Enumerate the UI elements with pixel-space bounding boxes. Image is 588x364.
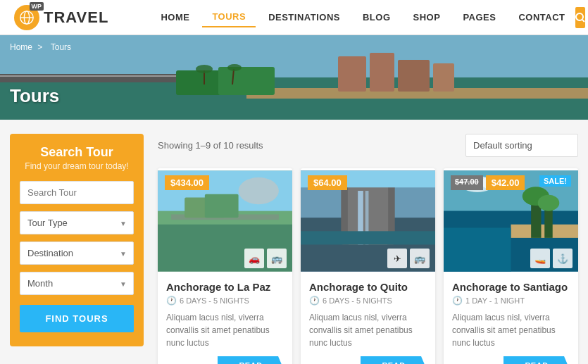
logo-icon: WP xyxy=(14,5,39,30)
breadcrumb-home[interactable]: Home xyxy=(10,42,32,52)
card-duration-2: 6 DAYS - 5 NIGHTS xyxy=(323,296,392,305)
card-footer-1: ★ ★ ★ ★ ★ READ MORE xyxy=(166,356,284,364)
read-more-button-2[interactable]: READ MORE xyxy=(361,356,427,364)
breadcrumb-separator: > xyxy=(37,42,42,52)
search-input[interactable] xyxy=(20,181,134,204)
read-more-button-3[interactable]: READ MORE xyxy=(503,356,570,364)
svg-point-25 xyxy=(239,177,279,204)
find-tours-button[interactable]: FIND TOURS xyxy=(20,305,134,332)
anchor-icon: ⚓ xyxy=(553,249,573,268)
bus-icon-2: 🚌 xyxy=(410,249,430,268)
boat-icon: 🚤 xyxy=(530,249,550,268)
sidebar-title: Search Tour xyxy=(20,145,134,160)
svg-rect-20 xyxy=(0,35,588,120)
hero-banner: Home > Tours Tours xyxy=(0,35,588,120)
card-body-1: Anchorage to La Paz 🕐 6 DAYS - 5 NIGHTS … xyxy=(158,274,292,364)
nav-contact[interactable]: CONTACT xyxy=(508,8,575,27)
breadcrumb: Home > Tours xyxy=(10,42,74,52)
svg-point-3 xyxy=(576,13,583,20)
card-icons-2: ✈ 🚌 xyxy=(387,249,430,268)
results-bar: Showing 1–9 of 10 results Default sortin… xyxy=(158,134,578,157)
card-duration-3: 1 DAY - 1 NIGHT xyxy=(465,296,525,305)
logo[interactable]: WP TRAVEL xyxy=(14,5,108,30)
sale-badge-3: SALE! xyxy=(539,175,571,187)
main-nav: HOME TOURS DESTINATIONS BLOG SHOP PAGES … xyxy=(151,7,575,27)
price-badge-1: $434.00 xyxy=(165,175,209,190)
card-title-3: Anchorage to Santiago xyxy=(452,281,570,293)
tour-card-1: $434.00 🚗 🚌 Anchorage to La Paz 🕐 6 DAYS… xyxy=(158,168,292,364)
plane-icon: ✈ xyxy=(387,249,407,268)
tour-type-wrapper: Tour Type Adventure Cultural Beach ▼ xyxy=(20,211,134,234)
main-layout: Search Tour Find your dream tour today! … xyxy=(0,120,588,364)
nav-tours[interactable]: TOURS xyxy=(202,7,256,27)
search-icon xyxy=(575,13,585,23)
card-image-wrap-1: $434.00 🚗 🚌 xyxy=(158,168,292,274)
sidebar: Search Tour Find your dream tour today! … xyxy=(10,134,144,346)
search-button[interactable] xyxy=(575,7,585,28)
card-desc-3: Aliquam lacus nisl, viverra convallis si… xyxy=(452,311,570,349)
svg-line-4 xyxy=(582,20,584,22)
nav-home[interactable]: HOME xyxy=(151,8,199,27)
new-price-badge-3: $42.00 xyxy=(486,175,525,190)
page-title: Tours xyxy=(10,85,59,107)
nav-shop[interactable]: SHOP xyxy=(404,8,451,27)
price-group-3: $47.00 $42.00 xyxy=(451,175,525,190)
price-badge-2: $64.00 xyxy=(308,175,347,190)
card-footer-3: ★ ★ ★ ★ ★ READ MORE xyxy=(452,356,570,364)
card-meta-3: 🕐 1 DAY - 1 NIGHT xyxy=(452,296,570,306)
card-desc-2: Aliquam lacus nisl, viverra convallis si… xyxy=(309,311,427,349)
hero-background xyxy=(0,35,588,120)
header: WP TRAVEL HOME TOURS DESTINATIONS BLOG S… xyxy=(0,0,588,35)
tour-card-2: $64.00 ✈ 🚌 Anchorage to Quito 🕐 6 DAYS -… xyxy=(301,168,435,364)
clock-icon-1: 🕐 xyxy=(166,296,177,306)
svg-point-45 xyxy=(538,195,560,211)
clock-icon-2: 🕐 xyxy=(309,296,320,306)
destination-wrapper: Destination La Paz Quito Santiago ▼ xyxy=(20,241,134,265)
card-duration-1: 6 DAYS - 5 NIGHTS xyxy=(180,296,249,305)
card-title-2: Anchorage to Quito xyxy=(309,281,427,293)
sort-wrapper: Default sorting Sort by price Sort by ra… xyxy=(465,134,578,157)
sort-select[interactable]: Default sorting Sort by price Sort by ra… xyxy=(465,134,578,157)
nav-pages[interactable]: PAGES xyxy=(453,8,506,27)
tour-type-select[interactable]: Tour Type Adventure Cultural Beach xyxy=(20,211,134,234)
logo-text: TRAVEL xyxy=(44,8,108,27)
results-count: Showing 1–9 of 10 results xyxy=(158,140,263,151)
sidebar-subtitle: Find your dream tour today! xyxy=(20,161,134,171)
read-more-button-1[interactable]: READ MORE xyxy=(218,356,284,364)
svg-rect-37 xyxy=(301,231,435,244)
svg-rect-46 xyxy=(444,228,511,272)
clock-icon-3: 🕐 xyxy=(452,296,463,306)
destination-select[interactable]: Destination La Paz Quito Santiago xyxy=(20,241,134,265)
bus-icon: 🚌 xyxy=(267,249,287,268)
card-body-2: Anchorage to Quito 🕐 6 DAYS - 5 NIGHTS A… xyxy=(301,274,435,364)
month-select[interactable]: Month January February March xyxy=(20,272,134,295)
main-content: Showing 1–9 of 10 results Default sortin… xyxy=(144,134,578,364)
card-desc-1: Aliquam lacus nisl, viverra convallis si… xyxy=(166,311,284,349)
tour-card-3: $47.00 $42.00 SALE! 🚤 ⚓ Anchorage to San… xyxy=(444,168,578,364)
nav-blog[interactable]: BLOG xyxy=(353,8,401,27)
card-footer-2: ★ ★ ★ ★ ★ READ MORE xyxy=(309,356,427,364)
card-icons-1: 🚗 🚌 xyxy=(244,249,287,268)
card-meta-2: 🕐 6 DAYS - 5 NIGHTS xyxy=(309,296,427,306)
old-price-badge-3: $47.00 xyxy=(451,175,483,190)
month-wrapper: Month January February March ▼ xyxy=(20,272,134,295)
car-icon: 🚗 xyxy=(244,249,264,268)
card-meta-1: 🕐 6 DAYS - 5 NIGHTS xyxy=(166,296,284,306)
card-icons-3: 🚤 ⚓ xyxy=(530,249,573,268)
card-image-wrap-3: $47.00 $42.00 SALE! 🚤 ⚓ xyxy=(444,168,578,274)
svg-rect-28 xyxy=(205,194,239,218)
card-image-wrap-2: $64.00 ✈ 🚌 xyxy=(301,168,435,274)
nav-destinations[interactable]: DESTINATIONS xyxy=(258,8,350,27)
card-title-1: Anchorage to La Paz xyxy=(166,281,284,293)
wp-badge: WP xyxy=(30,2,44,11)
tour-cards: $434.00 🚗 🚌 Anchorage to La Paz 🕐 6 DAYS… xyxy=(158,168,578,364)
breadcrumb-current: Tours xyxy=(51,42,71,52)
card-body-3: Anchorage to Santiago 🕐 1 DAY - 1 NIGHT … xyxy=(444,274,578,364)
hero-svg xyxy=(0,35,588,120)
